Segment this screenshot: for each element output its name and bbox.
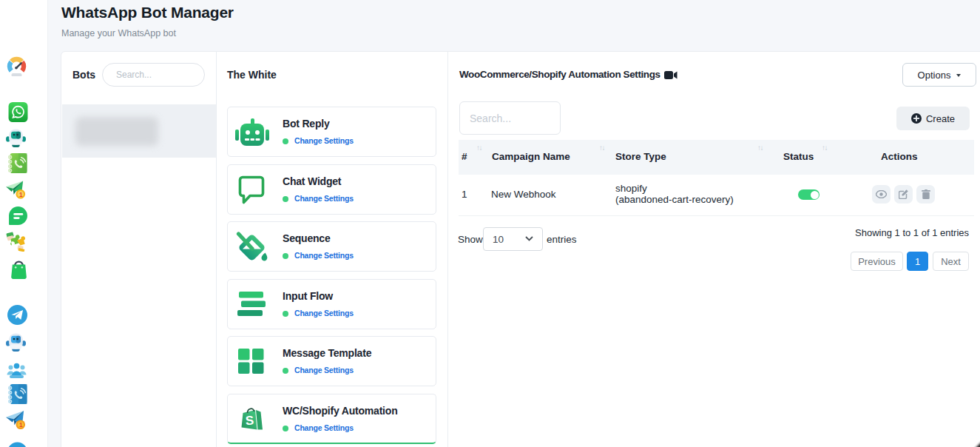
svg-text:1: 1 <box>19 422 23 428</box>
svg-text:S: S <box>245 413 254 428</box>
svg-text:1: 1 <box>19 192 23 198</box>
